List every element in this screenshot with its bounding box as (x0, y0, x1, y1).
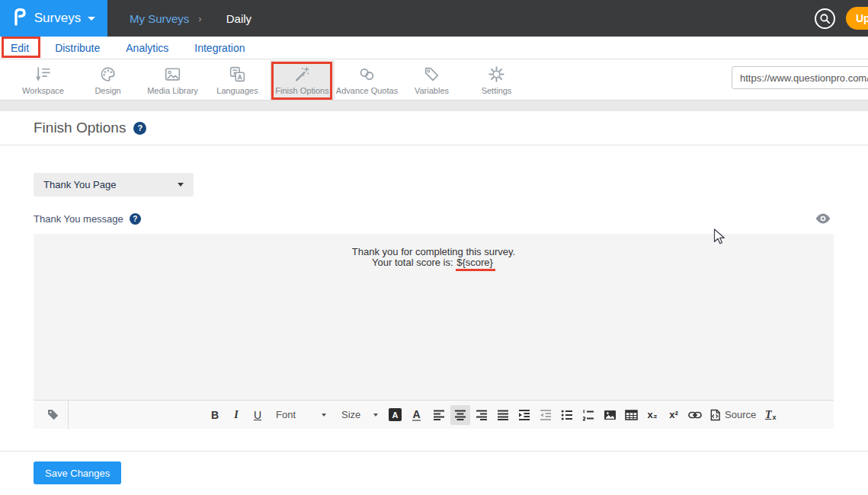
insert-table-button[interactable] (621, 405, 641, 425)
ribbon-item-design[interactable]: Design (75, 60, 140, 100)
editor-toolbar: B I U Font Size A A (34, 400, 834, 429)
tag-icon (422, 65, 441, 84)
questionpro-logo-icon (12, 8, 27, 29)
outdent-icon (540, 409, 552, 421)
remove-format-button[interactable]: Tx (761, 405, 780, 425)
page-heading-row: Finish Options ? (0, 111, 868, 145)
score-variable-annotated: ${score} (456, 257, 495, 271)
eye-icon (815, 212, 831, 225)
ribbon-item-workspace[interactable]: Workspace (11, 60, 75, 100)
thank-you-line-1: Thank you for completing this survey. (34, 247, 834, 257)
insert-link-button[interactable] (685, 405, 705, 425)
preview-button[interactable] (815, 212, 831, 228)
translate-icon (228, 65, 247, 84)
breadcrumb-separator: › (198, 13, 201, 24)
increase-indent-button[interactable] (514, 405, 534, 425)
chain-links-icon (357, 65, 376, 84)
tab-analytics[interactable]: Analytics (126, 42, 168, 54)
palette-icon (98, 65, 117, 84)
superscript-button[interactable]: x² (664, 405, 684, 425)
insert-table-icon (625, 409, 638, 421)
section-divider-strip (0, 101, 868, 111)
dropdown-value: Thank You Page (43, 179, 116, 190)
insert-image-icon (604, 409, 617, 421)
ribbon-item-settings[interactable]: Settings (464, 60, 529, 100)
source-document-icon (709, 409, 721, 421)
tag-filled-icon (46, 407, 60, 422)
align-left-button[interactable] (429, 405, 449, 425)
tab-integration[interactable]: Integration (194, 42, 245, 54)
bottom-divider (0, 451, 868, 452)
align-center-icon (454, 409, 466, 421)
ribbon-item-variables[interactable]: Variables (399, 60, 464, 100)
upgrade-label: Up (856, 12, 868, 24)
breadcrumb-survey-name: Daily (226, 12, 251, 25)
font-dropdown[interactable]: Font (273, 405, 329, 425)
align-left-icon (433, 409, 445, 421)
help-icon[interactable]: ? (133, 122, 146, 135)
toolbar-separator (68, 401, 69, 430)
image-icon (163, 65, 182, 84)
top-bar: Surveys My Surveys › Daily Up (0, 0, 868, 37)
align-right-button[interactable] (472, 405, 492, 425)
finish-option-dropdown[interactable]: Thank You Page (34, 173, 194, 196)
search-icon (819, 13, 831, 24)
brand-label: Surveys (34, 11, 81, 26)
ribbon-item-advance-quotas[interactable]: Advance Quotas (335, 60, 399, 100)
editor-content-area[interactable]: Thank you for completing this survey. Yo… (34, 234, 834, 400)
numbered-list-button[interactable] (578, 405, 598, 425)
tab-distribute[interactable]: Distribute (55, 42, 100, 54)
gear-icon (487, 65, 506, 84)
underline-button[interactable]: U (248, 405, 267, 425)
subscript-button[interactable]: x₂ (642, 405, 662, 425)
background-color-button[interactable]: A (386, 405, 406, 425)
brand-surveys-menu[interactable]: Surveys (0, 0, 107, 37)
workspace-icon (34, 65, 53, 84)
tab-edit[interactable]: Edit (11, 42, 29, 54)
bullet-list-button[interactable] (557, 405, 577, 425)
chevron-down-icon (373, 414, 378, 417)
size-dropdown[interactable]: Size (338, 405, 381, 425)
thank-you-line-2: Your total score is: ${score} (34, 257, 834, 271)
numbered-list-icon (582, 409, 594, 421)
message-label-row: Thank You message ? (34, 213, 141, 225)
decrease-indent-button[interactable] (536, 405, 556, 425)
justify-button[interactable] (493, 405, 513, 425)
text-color-icon: A (412, 409, 420, 421)
breadcrumb-my-surveys[interactable]: My Surveys (130, 12, 189, 25)
bold-button[interactable]: B (205, 405, 225, 425)
align-right-icon (476, 409, 488, 421)
source-button[interactable]: Source (706, 405, 759, 425)
magic-wand-icon (293, 65, 312, 84)
help-icon[interactable]: ? (130, 213, 141, 225)
thank-you-message-label: Thank You message (34, 213, 123, 225)
insert-image-button[interactable] (600, 405, 620, 425)
ribbon-item-languages[interactable]: Languages (205, 60, 270, 100)
text-color-button[interactable]: A (408, 405, 428, 425)
insert-variable-button[interactable] (40, 405, 65, 425)
chevron-down-icon (322, 414, 326, 417)
search-button[interactable] (815, 8, 835, 29)
save-changes-button[interactable]: Save Changes (34, 461, 121, 484)
justify-icon (497, 409, 509, 421)
survey-url-input[interactable] (732, 66, 868, 89)
link-icon (688, 410, 702, 420)
chevron-down-icon (178, 183, 184, 187)
upgrade-button[interactable]: Up (846, 7, 868, 30)
page-title: Finish Options (34, 120, 126, 136)
chevron-down-icon (88, 17, 95, 21)
background-color-icon: A (389, 408, 402, 421)
italic-button[interactable]: I (226, 405, 246, 425)
bullet-list-icon (561, 409, 573, 421)
rich-text-editor: Thank you for completing this survey. Yo… (34, 234, 834, 429)
align-center-button[interactable] (450, 405, 470, 425)
indent-icon (518, 409, 530, 421)
breadcrumb: My Surveys › Daily (130, 12, 251, 25)
ribbon-item-finish-options[interactable]: Finish Options (270, 60, 335, 100)
tab-bar: Edit Distribute Analytics Integration (0, 37, 868, 59)
ribbon-toolbar: Workspace Design Media Library Languages… (0, 60, 868, 101)
ribbon-item-media-library[interactable]: Media Library (140, 60, 205, 100)
